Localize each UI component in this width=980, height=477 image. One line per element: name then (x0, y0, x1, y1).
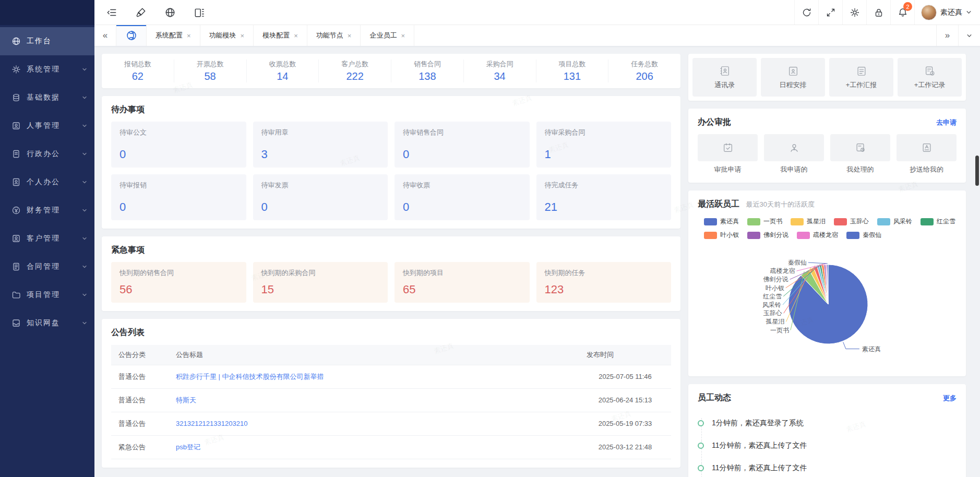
document-cc-icon (921, 142, 933, 153)
quick-action-work-record[interactable]: +工作记录 (898, 58, 962, 97)
work-report-icon (856, 65, 867, 77)
approval-cc-to-me[interactable]: 抄送给我的 (897, 134, 957, 174)
stat-task-total[interactable]: 任务总数206 (608, 59, 680, 82)
close-icon[interactable]: × (401, 32, 405, 39)
legend-swatch (877, 218, 890, 225)
announcement-link[interactable]: 3213212121331203210 (176, 420, 247, 427)
pie-slice-label: 一页书 (770, 327, 789, 334)
todo-pending-sales-contract[interactable]: 待审销售合同0 (395, 122, 530, 168)
chevron-down-icon (82, 67, 87, 72)
urgent-task[interactable]: 快到期的任务123 (536, 262, 672, 303)
stat-purchase-contract[interactable]: 采购合同34 (464, 59, 536, 82)
main-area: 2 素还真 « 系统配置 × 功能模块 × (94, 0, 980, 477)
section-title-announcements: 公告列表 (111, 327, 671, 338)
stat-reimburse-total[interactable]: 报销总数62 (102, 59, 174, 82)
legend-item[interactable]: 秦假仙 (846, 231, 881, 240)
legend-item[interactable]: 疏楼龙宿 (797, 231, 838, 240)
sidebar-item-knowledge-disk[interactable]: 知识网盘 (0, 309, 94, 337)
quick-action-schedule[interactable]: 日程安排 (761, 58, 825, 97)
announcement-link[interactable]: 积跬步行千里 | 中企科信技术股份有限公司新举措 (176, 373, 324, 380)
legend-item[interactable]: 叶小钗 (704, 231, 739, 240)
refresh-button[interactable] (794, 0, 818, 25)
urgent-purchase-contract[interactable]: 快到期的采购合同15 (253, 262, 388, 303)
more-link[interactable]: 更多 (943, 393, 957, 403)
notifications-button[interactable]: 2 (890, 0, 914, 25)
section-title-approval: 办公审批 (698, 117, 731, 128)
tab-enterprise-employee[interactable]: 企业员工 × (361, 25, 414, 46)
sidebar-item-personal-office[interactable]: 个人办公 (0, 168, 94, 196)
close-icon[interactable]: × (187, 32, 191, 39)
sidebar-item-system-management[interactable]: 系统管理 (0, 55, 94, 84)
close-icon[interactable]: × (348, 32, 352, 39)
approval-apply[interactable]: 审批申请 (698, 134, 758, 174)
urgent-sales-contract[interactable]: 快到期的销售合同56 (111, 262, 246, 303)
stat-sales-contract[interactable]: 销售合同138 (391, 59, 464, 82)
activity-item: 11分钟前，素还真上传了文件 (698, 434, 957, 457)
todo-pending-tasks[interactable]: 待完成任务21 (536, 174, 672, 220)
todo-pending-seal[interactable]: 待审用章3 (253, 122, 388, 168)
fullscreen-button[interactable] (818, 0, 842, 25)
lock-screen-button[interactable] (866, 0, 890, 25)
close-icon[interactable]: × (294, 32, 298, 39)
todo-pending-invoice[interactable]: 待审发票0 (253, 174, 388, 220)
legend-item[interactable]: 一页书 (747, 217, 782, 226)
legend-item[interactable]: 孤星泪 (791, 217, 826, 226)
tab-function-node[interactable]: 功能节点 × (307, 25, 361, 46)
document-icon (11, 149, 21, 159)
main-column: 报销总数62 开票总数58 收票总数14 客户总数222 销售合同138 采购合… (102, 54, 680, 477)
tab-home[interactable] (116, 25, 147, 46)
tabs-dropdown-button[interactable] (958, 25, 980, 46)
theme-brush-icon[interactable] (135, 7, 147, 18)
timeline-dot-icon (698, 420, 704, 426)
user-menu[interactable]: 素还真 (914, 0, 980, 25)
sidebar: 工作台 系统管理 基础数据 人事管理 行政办公 (0, 0, 94, 477)
sidebar-item-base-data[interactable]: 基础数据 (0, 84, 94, 112)
urgent-project[interactable]: 快到期的项目65 (395, 262, 530, 303)
sidebar-item-finance[interactable]: 财务管理 (0, 196, 94, 224)
sidebar-item-workbench[interactable]: 工作台 (0, 27, 94, 55)
stat-invoice-in-total[interactable]: 收票总数14 (247, 59, 319, 82)
sidebar-item-customer[interactable]: 客户管理 (0, 224, 94, 253)
tab-function-module[interactable]: 功能模块 × (200, 25, 254, 46)
legend-item[interactable]: 红尘雪 (921, 217, 955, 226)
sidebar-item-admin-office[interactable]: 行政办公 (0, 140, 94, 168)
folder-icon (11, 290, 21, 300)
stat-project-total[interactable]: 项目总数131 (536, 59, 609, 82)
language-globe-icon[interactable] (164, 7, 176, 18)
approval-my-applications[interactable]: 我申请的 (764, 134, 824, 174)
sidebar-item-contract[interactable]: 合同管理 (0, 253, 94, 281)
go-apply-link[interactable]: 去申请 (936, 118, 957, 127)
collapse-sidebar-icon[interactable] (106, 7, 117, 18)
tabs-scroll-left-button[interactable]: « (94, 25, 116, 46)
stat-customer-total[interactable]: 客户总数222 (319, 59, 391, 82)
approval-my-processed[interactable]: 我处理的 (830, 134, 890, 174)
activity-item: 1分钟前，素还真登录了系统 (698, 412, 957, 434)
chevron-down-icon (82, 208, 87, 213)
todo-pending-reimburse[interactable]: 待审报销0 (111, 174, 246, 220)
tab-module-config[interactable]: 模块配置 × (254, 25, 307, 46)
vertical-scrollbar[interactable] (975, 156, 979, 186)
announcement-time: 2025-05-19 07:33 (579, 412, 671, 435)
sidebar-item-hr-management[interactable]: 人事管理 (0, 112, 94, 140)
layout-icon[interactable] (194, 7, 205, 18)
chevron-down-icon (82, 123, 87, 128)
settings-button[interactable] (842, 0, 866, 25)
stat-invoice-out-total[interactable]: 开票总数58 (174, 59, 247, 82)
pie-slice-label: 秦假仙 (788, 259, 807, 266)
announcement-link[interactable]: 特斯天 (176, 396, 196, 404)
todo-pending-receipt[interactable]: 待审收票0 (395, 174, 530, 220)
todo-pending-documents[interactable]: 待审公文0 (111, 122, 246, 168)
legend-item[interactable]: 风采铃 (877, 217, 912, 226)
legend-item[interactable]: 素还真 (704, 217, 739, 226)
todo-pending-purchase-contract[interactable]: 待审采购合同1 (536, 122, 672, 168)
announcement-link[interactable]: psb登记 (176, 443, 200, 451)
tabs-scroll-right-button[interactable]: » (936, 25, 958, 46)
quick-action-work-report[interactable]: +工作汇报 (829, 58, 893, 97)
legend-item[interactable]: 佛剑分说 (747, 231, 788, 240)
legend-item[interactable]: 玉辞心 (834, 217, 869, 226)
sidebar-item-project[interactable]: 项目管理 (0, 281, 94, 309)
sidebar-item-label: 工作台 (27, 37, 87, 46)
tab-system-config[interactable]: 系统配置 × (147, 25, 200, 46)
close-icon[interactable]: × (241, 32, 245, 39)
quick-action-contacts[interactable]: 通讯录 (692, 58, 757, 97)
